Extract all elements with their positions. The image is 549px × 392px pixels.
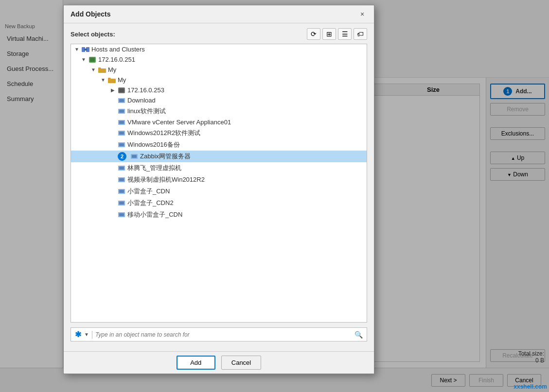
expand-icon-host-253: ▶ [110,87,116,93]
tree-item-vm-cdn1[interactable]: ▶ 小雷盒子_CDN [71,186,367,197]
search-divider [92,331,92,339]
host-253-label: 172.16.0.253 [127,86,164,94]
badge-2-icon: 2 [118,152,126,161]
vm-linux-icon [118,108,125,115]
tree-item-vm-win2012[interactable]: ▶ Windows2012R2软件测试 [71,127,367,139]
list-icon: ☰ [342,30,348,38]
grid-icon-button[interactable]: ⊞ [322,28,336,40]
search-input[interactable] [95,331,352,338]
vm-mobile-cdn-icon [118,211,125,218]
svg-rect-25 [119,167,124,170]
tree-item-host-251[interactable]: ▼ 172.16.0.251 [71,54,367,65]
tree-item-vm-win2016[interactable]: ▶ Windows2016备份 [71,139,367,151]
vm-win2016-icon [118,141,125,148]
vm-win2012-label: Windows2012R2软件测试 [127,129,200,137]
modal-body: Select objects: ⟳ ⊞ ☰ 🏷 ▼ [64,23,374,351]
toolbar-icons: ⟳ ⊞ ☰ 🏷 [307,28,367,40]
tree-item-vm-lin[interactable]: ▶ 林腾飞_管理虚拟机 [71,162,367,174]
add-objects-dialog: Add Objects × Select objects: ⟳ ⊞ ☰ 🏷 [63,5,374,374]
vm-vcenter-label: VMware vCenter Server Appliance01 [127,119,231,126]
svg-rect-27 [119,178,124,181]
svg-rect-19 [119,132,124,135]
search-bar: ✱ ▼ 🔍 [71,327,367,341]
vm-mobile-cdn-label: 移动小雷盒子_CDN [127,210,182,219]
host-251-label: 172.16.0.251 [98,56,135,63]
grid-icon: ⊞ [326,30,332,38]
search-asterisk-icon: ✱ [75,330,81,339]
vm-win2016-label: Windows2016备份 [127,140,180,149]
svg-rect-15 [119,110,124,113]
tree-item-hosts-clusters[interactable]: ▼ Hosts and Clusters [71,44,367,54]
expand-icon-hosts-clusters: ▼ [74,47,80,52]
modal-close-button[interactable]: × [357,9,367,19]
tag-icon-button[interactable]: 🏷 [354,28,367,40]
modal-title: Add Objects [71,10,110,18]
vm-cdn1-icon [118,188,125,195]
vm-video-label: 视频录制虚拟机Win2012R2 [127,175,205,184]
tree-item-vm-vcenter[interactable]: ▶ VMware vCenter Server Appliance01 [71,117,367,127]
tag-icon: 🏷 [357,30,364,38]
watermark: xxshell.com [514,383,547,390]
vm-lin-icon [118,165,125,171]
svg-rect-21 [119,143,124,146]
svg-rect-7 [84,49,87,51]
refresh-icon-button[interactable]: ⟳ [307,28,320,40]
tree-item-vm-mobile-cdn[interactable]: ▶ 移动小雷盒子_CDN [71,209,367,221]
tree-item-vm-linux[interactable]: ▶ linux软件测试 [71,105,367,117]
vm-zabbix-icon [130,153,138,160]
svg-rect-23 [132,155,137,158]
select-objects-header: Select objects: ⟳ ⊞ ☰ 🏷 [71,28,367,40]
tree-item-vm-video[interactable]: ▶ 视频录制虚拟机Win2012R2 [71,174,367,186]
expand-icon-folder-my-1: ▼ [90,67,96,72]
host-253-icon [118,87,125,94]
tree-item-host-253[interactable]: ▶ 172.16.0.253 [71,85,367,95]
select-objects-label: Select objects: [71,31,115,38]
folder-icon-1 [98,67,106,73]
search-dropdown-icon[interactable]: ▼ [84,332,89,337]
vm-lin-label: 林腾飞_管理虚拟机 [127,164,181,172]
tree-item-vm-cdn2[interactable]: ▶ 小雷盒子_CDN2 [71,197,367,209]
folder-icon-2 [108,77,116,84]
modal-footer: Add Cancel [64,351,374,374]
vm-cdn2-icon [118,200,125,206]
modal-titlebar: Add Objects × [64,5,374,23]
vm-download-icon [118,97,125,104]
svg-rect-33 [119,213,124,216]
folder-my-2-label: My [118,76,126,84]
tree-item-vm-download[interactable]: ▶ Download [71,95,367,105]
list-icon-button[interactable]: ☰ [338,28,352,40]
modal-add-button[interactable]: Add [177,356,215,370]
host-251-icon [89,56,96,63]
vm-video-icon [118,176,125,183]
object-tree[interactable]: ▼ Hosts and Clusters ▼ 172.16.0.251 ▼ [71,44,367,323]
svg-rect-17 [119,121,124,124]
vm-win2012-icon [118,130,125,136]
svg-rect-9 [90,58,95,62]
vm-zabbix-label: Zabbix网管服务器 [140,152,191,161]
svg-rect-29 [119,190,124,193]
folder-my-1-label: My [108,66,116,73]
vm-cdn1-label: 小雷盒子_CDN [127,187,170,196]
vm-download-label: Download [127,97,156,104]
refresh-icon: ⟳ [311,30,317,38]
hosts-clusters-label: Hosts and Clusters [91,46,145,53]
svg-rect-13 [119,99,124,102]
svg-rect-31 [119,202,124,205]
modal-cancel-button[interactable]: Cancel [221,356,261,370]
vm-cdn2-label: 小雷盒子_CDN2 [127,199,174,207]
tree-item-vm-zabbix[interactable]: ▶ 2 Zabbix网管服务器 [71,151,367,162]
tree-item-folder-my-2[interactable]: ▼ My [71,75,367,85]
cluster-icon [82,46,89,53]
expand-icon-host-251: ▼ [81,57,87,62]
svg-rect-11 [119,88,124,92]
vm-vcenter-icon [118,119,125,126]
tree-item-folder-my-1[interactable]: ▼ My [71,65,367,75]
search-magnifier-icon[interactable]: 🔍 [354,331,363,339]
vm-linux-label: linux软件测试 [127,107,166,116]
expand-icon-folder-my-2: ▼ [100,77,106,83]
